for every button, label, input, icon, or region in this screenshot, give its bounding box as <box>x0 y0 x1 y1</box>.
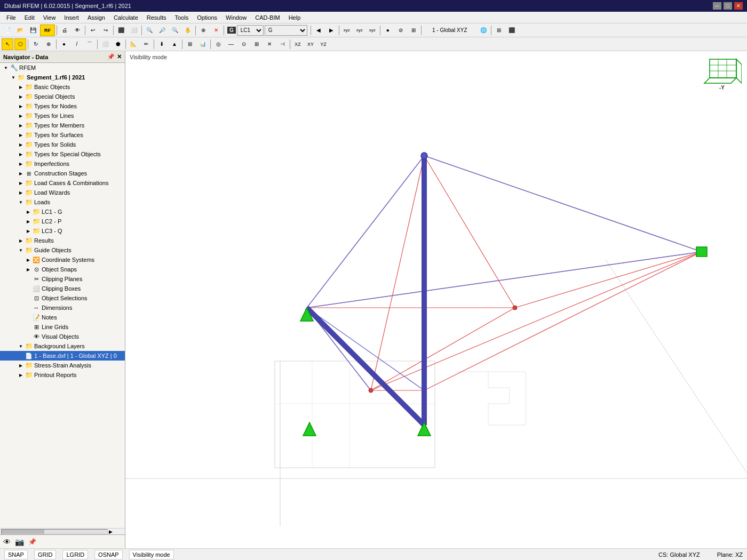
view-xz[interactable]: XZ <box>292 38 304 50</box>
save-button[interactable]: 💾 <box>27 25 39 36</box>
snap-perp[interactable]: ⊣ <box>276 38 288 50</box>
nav-project[interactable]: ▼ 📁 Segment_1.rf6 | 2021 <box>0 73 125 82</box>
menu-file[interactable]: File <box>2 13 20 22</box>
view-yz[interactable]: YZ <box>317 38 329 50</box>
nav-dimensions[interactable]: ↔ Dimensions <box>0 303 125 313</box>
nav-rfem-root[interactable]: ▼ 🔧 RFEM <box>0 63 125 73</box>
nav-clipping-boxes[interactable]: ⬜ Clipping Boxes <box>0 284 125 293</box>
display-btn3[interactable]: xyz <box>367 25 378 36</box>
undo-button[interactable]: ↩ <box>87 25 99 36</box>
nav-guide-objects[interactable]: ▼ 📁 Guide Objects <box>0 245 125 255</box>
display-btn2[interactable]: xyz <box>354 25 365 36</box>
nav-base-dxf[interactable]: 📄 1 - Base.dxf | 1 - Global XYZ | 0 <box>0 351 125 361</box>
nav-coord-systems[interactable]: ▶ 🔀 Coordinate Systems <box>0 255 125 265</box>
maximize-button[interactable]: □ <box>724 2 732 10</box>
coord-select[interactable]: 1 - Global XYZ <box>423 25 476 36</box>
nav-lc2[interactable]: ▶ 📁 LC2 - P <box>0 217 125 226</box>
snap-status[interactable]: SNAP <box>4 550 28 559</box>
select-mode[interactable]: ⊕ <box>197 25 209 36</box>
nav-results[interactable]: ▶ 📁 Results <box>0 236 125 245</box>
menu-results[interactable]: Results <box>142 13 171 22</box>
menu-assign[interactable]: Assign <box>83 13 109 22</box>
nav-construction-stages[interactable]: ▶ ⊞ Construction Stages <box>0 169 125 178</box>
nav-lc3[interactable]: ▶ 📁 LC3 - Q <box>0 226 125 236</box>
snap-grid[interactable]: ⊞ <box>251 38 263 50</box>
menu-tools[interactable]: Tools <box>170 13 193 22</box>
nav-types-members[interactable]: ▶ 📁 Types for Members <box>0 121 125 130</box>
menu-edit[interactable]: Edit <box>20 13 39 22</box>
open-button[interactable]: 📂 <box>14 25 26 36</box>
nav-load-wizards[interactable]: ▶ 📁 Load Wizards <box>0 188 125 197</box>
line-btn[interactable]: ⊘ <box>395 25 407 36</box>
canvas-area[interactable]: Visibility mode -Y <box>125 51 747 548</box>
nav-special-objects[interactable]: ▶ 📁 Special Objects <box>0 92 125 101</box>
snap-int[interactable]: ✕ <box>264 38 275 50</box>
pan[interactable]: ✋ <box>182 25 194 36</box>
pointer-tool[interactable]: ↖ <box>2 38 13 50</box>
close-button[interactable]: ✕ <box>734 2 743 10</box>
load-tool[interactable]: ⬇ <box>156 38 168 50</box>
snap-node[interactable]: ◎ <box>212 38 224 50</box>
loadcase-combo[interactable]: LC1 LC2 LC3 <box>237 25 264 36</box>
nav-notes[interactable]: 📝 Notes <box>0 313 125 322</box>
view-btn2[interactable]: ▶ <box>325 25 337 36</box>
arc-tool[interactable]: ⌒ <box>84 38 96 50</box>
menu-cadbim[interactable]: CAD-BIM <box>251 13 284 22</box>
menu-view[interactable]: View <box>39 13 60 22</box>
menu-insert[interactable]: Insert <box>60 13 83 22</box>
nav-basic-objects[interactable]: ▶ 📁 Basic Objects <box>0 82 125 92</box>
nav-load-cases[interactable]: ▶ 📁 Load Cases & Combinations <box>0 178 125 188</box>
menu-options[interactable]: Options <box>193 13 221 22</box>
load-name-combo[interactable]: G P Q <box>265 25 307 36</box>
display-btn1[interactable]: xyz <box>341 25 353 36</box>
nav-stress-strain[interactable]: ▶ 📁 Stress-Strain Analysis <box>0 361 125 370</box>
nav-types-solids[interactable]: ▶ 📁 Types for Solids <box>0 140 125 149</box>
nav-camera-icon[interactable]: 📷 <box>15 538 24 546</box>
lgrid-status[interactable]: LGRID <box>62 550 88 559</box>
nav-content[interactable]: ▼ 🔧 RFEM ▼ 📁 Segment_1.rf6 | 2021 ▶ 📁 Ba… <box>0 63 125 528</box>
nav-object-snaps[interactable]: ▶ ⊙ Object Snaps <box>0 265 125 274</box>
nav-pin2-icon[interactable]: 📌 <box>28 538 36 546</box>
view-xy[interactable]: XY <box>305 38 316 50</box>
print-button[interactable]: 🖨 <box>59 25 70 36</box>
nav-background-layers[interactable]: ▼ 📁 Background Layers <box>0 341 125 351</box>
nav-visual-objects[interactable]: 👁 Visual Objects <box>0 332 125 341</box>
minimize-button[interactable]: ─ <box>713 2 721 10</box>
rect-tool[interactable]: ⬜ <box>99 38 111 50</box>
nav-clipping-planes[interactable]: ✂ Clipping Planes <box>0 274 125 284</box>
view-3d[interactable]: ⬛ <box>115 25 127 36</box>
select-tool[interactable]: ⬡ <box>14 38 26 50</box>
snap-mid[interactable]: ⊙ <box>238 38 250 50</box>
render-btn[interactable]: ⬛ <box>506 25 518 36</box>
zoom-out[interactable]: 🔍 <box>169 25 181 36</box>
nav-eye-icon[interactable]: 👁 <box>3 538 11 546</box>
support-tool[interactable]: ▲ <box>169 38 180 50</box>
grid-btn[interactable]: ⊞ <box>493 25 505 36</box>
nav-types-special[interactable]: ▶ 📁 Types for Special Objects <box>0 149 125 159</box>
nav-lc1[interactable]: ▶ 📁 LC1 - G <box>0 207 125 217</box>
scroll-right[interactable]: ▶ <box>109 529 113 534</box>
view-wire[interactable]: ⬜ <box>128 25 140 36</box>
mesh-tool[interactable]: ⊞ <box>184 38 196 50</box>
nav-imperfections[interactable]: ▶ 📁 Imperfections <box>0 159 125 169</box>
new-button[interactable]: 📄 <box>2 25 13 36</box>
surface-btn[interactable]: ⊞ <box>408 25 419 36</box>
zoom-all[interactable]: 🔍 <box>144 25 155 36</box>
nav-types-lines[interactable]: ▶ 📁 Types for Lines <box>0 111 125 121</box>
nav-line-grids[interactable]: ⊞ Line Grids <box>0 322 125 332</box>
snap-line[interactable]: — <box>225 38 237 50</box>
x-mark[interactable]: ✕ <box>210 25 222 36</box>
nav-types-surfaces[interactable]: ▶ 📁 Types for Surfaces <box>0 130 125 140</box>
visibility-mode-status[interactable]: Visibility mode <box>129 550 174 559</box>
nav-types-nodes[interactable]: ▶ 📁 Types for Nodes <box>0 101 125 111</box>
nav-object-selections[interactable]: ⊡ Object Selections <box>0 293 125 303</box>
nav-close-button[interactable]: ✕ <box>117 53 122 60</box>
structure-drawing[interactable] <box>125 51 747 548</box>
view-btn1[interactable]: ◀ <box>313 25 324 36</box>
menu-help[interactable]: Help <box>284 13 305 22</box>
annotate-tool[interactable]: ✏ <box>140 38 152 50</box>
rotate-tool[interactable]: ↻ <box>30 38 42 50</box>
line-tool[interactable]: / <box>71 38 83 50</box>
view-cube[interactable]: -Y <box>702 57 742 97</box>
rfem-logo[interactable]: RF <box>40 25 55 36</box>
